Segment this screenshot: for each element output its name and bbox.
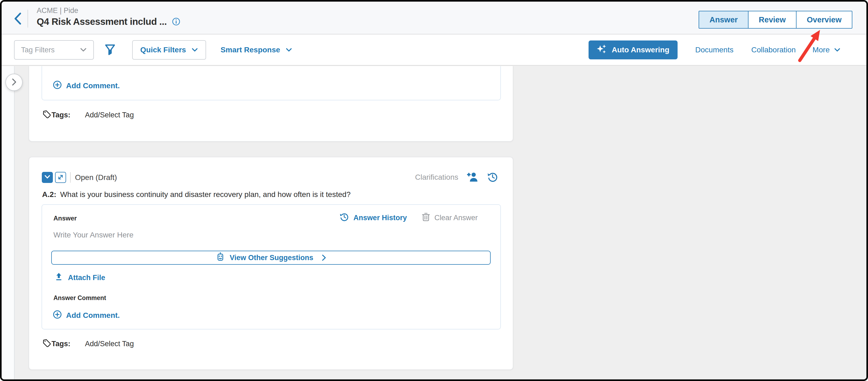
question-text-row: A.2:What is your business continuity and… <box>42 189 351 200</box>
question-text: What is your business continuity and dis… <box>60 190 351 199</box>
tags-label: Tags: <box>52 111 70 119</box>
answer-panel: Answer Answer History Clear Answer <box>41 204 501 329</box>
breadcrumb: ACME | Pide <box>37 6 78 15</box>
tab-answer[interactable]: Answer <box>699 11 748 29</box>
header-divider <box>28 10 28 28</box>
collaboration-link[interactable]: Collaboration <box>751 46 796 54</box>
side-rail <box>2 66 14 379</box>
question-id: A.2: <box>42 190 56 199</box>
answer-history-label: Answer History <box>353 214 407 222</box>
question-card-previous: Add Comment. Tags: Add/Select Tag <box>29 66 513 142</box>
tab-overview[interactable]: Overview <box>796 11 852 29</box>
chevron-right-icon <box>321 254 327 261</box>
collapse-question-button[interactable] <box>42 172 53 183</box>
tags-label: Tags: <box>52 340 70 348</box>
add-comment-label: Add Comment. <box>66 311 120 320</box>
chevron-down-icon <box>286 46 292 54</box>
content-area: Add Comment. Tags: Add/Select Tag <box>2 66 866 379</box>
tag-icon <box>42 110 51 120</box>
view-other-suggestions-label: View Other Suggestions <box>229 254 313 262</box>
expand-sidebar-button[interactable] <box>5 74 23 91</box>
auto-answering-label: Auto Answering <box>612 46 670 54</box>
assign-user-button[interactable] <box>466 172 479 183</box>
chevron-down-icon <box>834 46 840 54</box>
funnel-icon <box>105 44 116 56</box>
quick-filters-label: Quick Filters <box>140 46 186 54</box>
view-tabs: Answer Review Overview <box>699 11 852 29</box>
attach-file-label: Attach File <box>68 273 105 282</box>
documents-link[interactable]: Documents <box>695 46 734 54</box>
answer-comment-label: Answer Comment <box>53 294 106 302</box>
info-icon[interactable] <box>172 18 180 26</box>
chevron-down-icon <box>44 175 51 180</box>
tags-row: Tags: Add/Select Tag <box>42 339 134 349</box>
answer-label: Answer <box>53 214 77 222</box>
auto-answering-button[interactable]: Auto Answering <box>589 40 678 59</box>
chevron-left-icon <box>13 12 23 26</box>
smart-response-label: Smart Response <box>221 46 280 54</box>
status-divider <box>70 172 71 183</box>
tag-filters-select[interactable]: Tag Filters <box>14 40 94 60</box>
add-select-tag[interactable]: Add/Select Tag <box>85 111 134 119</box>
trash-icon <box>422 212 430 224</box>
tab-review[interactable]: Review <box>748 11 797 29</box>
more-dropdown[interactable]: More <box>812 46 840 54</box>
question-history-button[interactable] <box>487 171 498 183</box>
expand-question-button[interactable] <box>55 172 66 183</box>
expand-diagonal-icon <box>57 174 64 182</box>
filter-button[interactable] <box>105 44 116 56</box>
tags-row: Tags: Add/Select Tag <box>42 110 134 120</box>
page-title: Q4 Risk Assessment includ ... <box>37 16 167 27</box>
more-label: More <box>812 46 830 54</box>
add-comment-button[interactable]: Add Comment. <box>53 310 120 321</box>
add-comment-label: Add Comment. <box>66 82 120 90</box>
sparkles-icon <box>597 44 607 56</box>
person-add-icon <box>466 172 479 183</box>
add-select-tag[interactable]: Add/Select Tag <box>85 340 134 348</box>
chevron-down-icon <box>80 46 87 54</box>
app-window: ACME | Pide Q4 Risk Assessment includ ..… <box>0 0 868 381</box>
answer-panel-previous: Add Comment. <box>41 66 501 100</box>
chevron-down-icon <box>191 46 198 54</box>
clarifications-row: Clarifications <box>415 171 498 183</box>
plus-circle-icon <box>53 80 62 91</box>
smart-response-dropdown[interactable]: Smart Response <box>219 45 294 55</box>
history-clock-icon <box>339 212 349 224</box>
view-other-suggestions-button[interactable]: View Other Suggestions <box>51 251 491 265</box>
header: ACME | Pide Q4 Risk Assessment includ ..… <box>2 2 866 34</box>
clear-answer-button[interactable]: Clear Answer <box>420 212 479 224</box>
answer-history-button[interactable]: Answer History <box>338 212 408 224</box>
clarifications-label: Clarifications <box>415 173 458 182</box>
chevron-right-icon <box>11 78 17 87</box>
back-button[interactable] <box>12 12 24 26</box>
plus-circle-icon <box>53 310 62 321</box>
tag-icon <box>42 339 51 349</box>
quick-filters-dropdown[interactable]: Quick Filters <box>132 40 206 60</box>
history-clock-icon <box>487 171 498 183</box>
upload-icon <box>55 272 63 283</box>
toolbar: Tag Filters Quick Filters Smart Response <box>2 35 866 65</box>
robot-icon <box>216 252 225 264</box>
question-card-a2: Open (Draft) Clarifications A.2:What is … <box>29 157 513 370</box>
tag-filters-placeholder: Tag Filters <box>21 46 55 54</box>
attach-file-button[interactable]: Attach File <box>53 272 107 283</box>
add-comment-button[interactable]: Add Comment. <box>53 80 120 91</box>
answer-editor[interactable]: Write Your Answer Here <box>53 231 133 239</box>
clear-answer-label: Clear Answer <box>434 214 478 222</box>
status-badge: Open (Draft) <box>75 172 117 183</box>
